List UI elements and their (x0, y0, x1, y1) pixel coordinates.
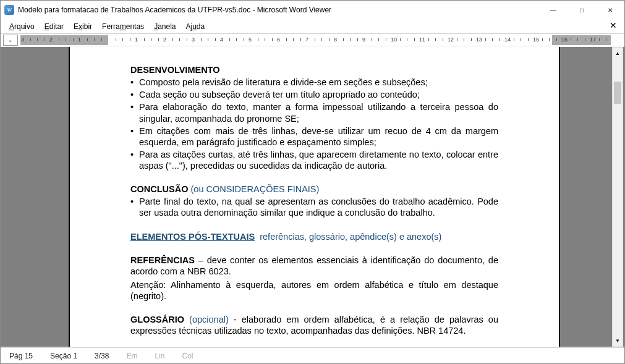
vertical-scrollbar[interactable]: ▲ ▼ (612, 47, 623, 347)
status-col: Col (173, 352, 202, 360)
bullet-icon: • (130, 149, 139, 171)
body-text: Em citações com mais de três linhas, dev… (139, 125, 498, 148)
scroll-down-button[interactable]: ▼ (613, 335, 623, 346)
status-em: Em (117, 352, 146, 360)
horizontal-ruler[interactable]: 3211234567891011121314151617 (20, 35, 611, 45)
body-text: Composto pela revisão de literatura e di… (139, 77, 498, 88)
document-viewport: DESENVOLVIMENTO •Composto pela revisão d… (1, 47, 624, 347)
menu-ferramentas[interactable]: Ferramentas (97, 21, 149, 32)
minimize-button[interactable]: — (539, 1, 568, 19)
scroll-thumb[interactable] (614, 82, 621, 104)
body-text: Para as citações curtas, até três linhas… (139, 149, 498, 171)
heading-desenvolvimento: DESENVOLVIMENTO (130, 64, 498, 75)
body-text: Parte final do texto, na qual se apresen… (139, 196, 498, 218)
titlebar: W Modelo para formatacao de Trabalhos Ac… (1, 1, 624, 19)
close-button[interactable]: ✕ (596, 1, 624, 19)
body-text: Cada seção ou subseção deverá ter um tít… (139, 89, 498, 100)
window-controls: — □ ✕ (539, 1, 624, 19)
document-close-button[interactable]: ✕ (606, 20, 621, 30)
maximize-button[interactable]: □ (568, 1, 596, 19)
heading-pos-textuais: ELEMENTOS PÓS-TEXTUAIS referências, glos… (130, 231, 498, 242)
status-page: Pág 15 (1, 352, 41, 360)
document-page: DESENVOLVIMENTO •Composto pela revisão d… (69, 47, 560, 347)
paragraph-referencias: REFERÊNCIAS – deve conter os elementos e… (130, 255, 498, 277)
bullet-icon: • (130, 89, 139, 100)
menu-arquivo[interactable]: Arquivo (4, 21, 40, 32)
bullet-icon: • (130, 125, 139, 148)
bullet-icon: • (130, 101, 139, 124)
paragraph-atencao: Atenção: Alinhamento à esquerda, autores… (130, 279, 498, 302)
heading-conclusao: CONCLUSÃO (ou CONSIDERAÇÕES FINAIS) (130, 184, 498, 195)
statusbar: Pág 15 Seção 1 3/38 Em Lin Col (1, 347, 624, 363)
menu-exibir[interactable]: Exibir (69, 21, 97, 32)
status-section: Seção 1 (41, 352, 86, 360)
tab-selector-icon[interactable]: ⌞ (3, 35, 18, 46)
window-title: Modelo para formatacao de Trabalhos Acad… (18, 6, 539, 14)
menu-ajuda[interactable]: Ajuda (181, 21, 210, 32)
status-progress: 3/38 (86, 352, 117, 360)
bullet-icon: • (130, 77, 139, 88)
scroll-up-button[interactable]: ▲ (613, 48, 623, 59)
menu-editar[interactable]: Editar (40, 21, 69, 32)
ruler-row: ⌞ 3211234567891011121314151617 (1, 34, 624, 46)
status-lin: Lin (146, 352, 173, 360)
menu-janela[interactable]: Janela (149, 21, 181, 32)
paragraph-glossario: GLOSSÁRIO (opcional) - elaborado em orde… (130, 314, 498, 336)
body-text: Para elaboração do texto, manter a forma… (139, 101, 498, 124)
app-icon: W (4, 5, 14, 15)
bullet-icon: • (130, 196, 139, 218)
menubar: Arquivo Editar Exibir Ferramentas Janela… (1, 19, 624, 34)
